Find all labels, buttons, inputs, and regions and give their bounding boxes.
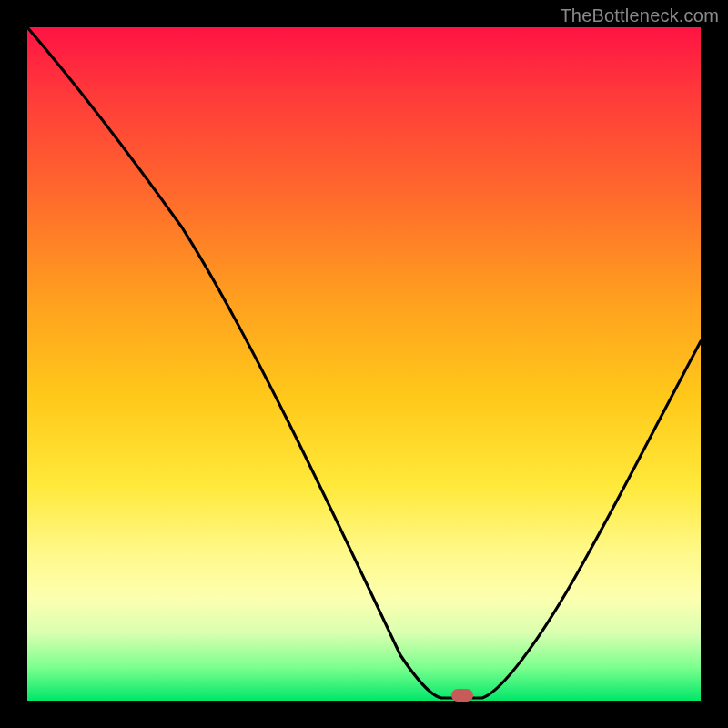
optimal-marker <box>451 689 473 702</box>
watermark-text: TheBottleneck.com <box>560 5 719 26</box>
bottleneck-curve <box>27 27 701 701</box>
chart-frame: TheBottleneck.com <box>0 0 728 728</box>
curve-path <box>27 27 701 698</box>
chart-plot-area <box>27 27 701 701</box>
